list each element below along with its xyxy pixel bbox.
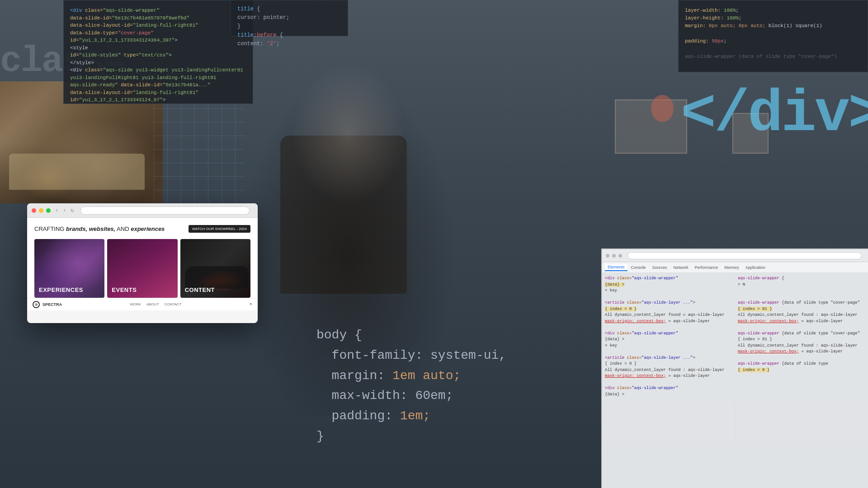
browser-footer: ◎ SPECTRA WORK ABOUT CONTACT ≡ [27,298,258,310]
code-line: <style [70,44,246,52]
tab-application[interactable]: Application [743,264,768,271]
dt-css-line: aqs-slide-wrapper {data of slide type "c… [738,300,865,306]
code-line [685,45,861,53]
events-label: EVENTS [112,286,137,293]
dt-line: mask-origin: context-box; = aqs-slide-la… [605,373,732,380]
devtools-panel: Elements Console Sources Network Perform… [601,249,868,488]
dt-line: <article class="aqs-slide-layer ..."> [605,355,732,361]
tab-console[interactable]: Console [628,264,649,271]
code-line: data-slice-layout-id="landing-full-right… [70,22,246,29]
dt-css-line: aqs-slide-wrapper { [738,276,865,282]
code-line: margin: 0px auto; 0px auto; block(1) squ… [685,22,861,30]
code-line: data-slide-type="cover-page" [70,29,246,37]
dt-css-line [738,294,865,300]
browser-refresh-button[interactable]: ↻ [71,207,74,214]
dt-css-line [738,288,865,294]
css-selector: body { [316,325,515,346]
dt-line: { index > 0 } [605,361,732,367]
dt-css-line [738,355,865,361]
code-line [685,30,861,38]
showcase-card-content[interactable]: CONTENT [180,239,250,298]
tab-memory[interactable]: Memory [722,264,742,271]
code-line: <div class="aqs-slide-wrapper" [70,7,246,14]
showcase-card-experiences[interactable]: EXPERIENCES [34,239,104,298]
devtools-dot-2 [612,254,616,258]
headline-text: CRAFTING brands, websites, AND experienc… [34,225,165,232]
nav-work[interactable]: WORK [130,302,141,306]
code-line: aqs-slide-ready" data-slide-id="5e13c7b4… [70,81,246,89]
devtools-url-bar[interactable] [627,252,862,259]
dt-css-line: mask-origin: context-box; = aqs-slide-la… [738,349,865,355]
footer-logo: ◎ SPECTRA [33,301,62,308]
wall-decoration [651,95,674,122]
browser-maximize-dot[interactable] [46,208,51,213]
site-headline: CRAFTING brands, websites, AND experienc… [34,225,250,233]
tab-sources[interactable]: Sources [650,264,670,271]
browser-window: ‹ › ↻ CRAFTING brands, websites, AND exp… [27,203,258,323]
code-line: data-slide-id="5e13c7b481a657070f9wefbd" [70,14,246,22]
devtools-toolbar [602,249,868,262]
dt-line: {data} > [605,337,732,343]
css-code-block: body { font-family: system-ui, margin: 1… [316,325,515,488]
code-line: id="slide-styles" type="text/css"> [70,52,246,59]
dt-line [605,294,732,300]
code-line: </style> [70,59,246,67]
browser-back-button[interactable]: ‹ [55,207,58,214]
dt-css-line [738,324,865,331]
code-line: } [237,22,341,31]
css-property-1: font-family: system-ui, [316,346,515,366]
code-panel-top-left: <div class="aqs-slide-wrapper" data-slid… [63,0,253,104]
devtools-dot-3 [618,254,622,258]
dt-css-line: { index > 81 } [738,337,865,343]
nav-contact[interactable]: CONTACT [165,302,182,306]
dt-css-line: > N [738,282,865,288]
dt-line [605,324,732,331]
code-line: <div class="aqs-slide yui3-widget yui3-l… [70,66,246,74]
tab-network[interactable]: Network [671,264,691,271]
watch-showreel-button[interactable]: WATCH OUR SHOWREEL - 2024 [189,225,250,233]
hamburger-menu[interactable]: ≡ [250,302,252,307]
code-line: yui3-landingFullRight81 yui3-landing-ful… [70,74,246,82]
dt-css-line: { index > 0 } [738,367,865,374]
experiences-label: EXPERIENCES [39,286,83,293]
browser-close-dot[interactable] [32,208,36,213]
dt-line [605,380,732,386]
code-line: cursor: pointer; [237,14,341,22]
div-text-decoration: </div> [681,81,868,148]
dt-line: < key [605,288,732,294]
css-property-4: padding: 1em; [316,406,515,427]
code-panel-top-center: title { cursor: pointer; } title:before … [231,0,348,36]
chair [280,136,407,294]
content-label: CONTENT [185,286,215,293]
code-line: title:before { [237,31,341,40]
browser-forward-button[interactable]: › [63,207,66,214]
code-line: id="yui_3_17_2_1_1733343124_97"> [70,96,246,104]
dt-css-line: aqs-slide-wrapper {data of slide type [738,361,865,367]
nav-about[interactable]: ABOUT [146,302,159,306]
dt-line: All dynamic_content_layer found : aqs-sl… [605,367,732,374]
footer-nav: WORK ABOUT CONTACT [130,302,182,306]
browser-url-bar[interactable] [80,206,250,215]
dt-line: < key [605,343,732,349]
showcase-card-events[interactable]: EVENTS [107,239,177,298]
dt-css-line: { index > 81 } [738,306,865,313]
code-line: title { [237,5,341,14]
dt-line: <div class="aqs-slide-wrapper" [605,276,732,282]
browser-content: CRAFTING brands, websites, AND experienc… [27,218,258,298]
dt-line: {data} > [605,282,732,288]
browser-toolbar: ‹ › ↻ [27,203,258,218]
devtools-body: <div class="aqs-slide-wrapper" {data} > … [602,273,868,488]
devtools-dot-1 [606,254,609,258]
code-line: aqs-slide-wrapper (data of slide type "c… [685,53,861,61]
dt-line: <div class="aqs-slide-wrapper" [605,331,732,337]
tab-performance[interactable]: Performance [692,264,721,271]
css-property-2: margin: 1em auto; [316,366,515,386]
dt-line: {data} > [605,392,732,398]
sofa-shape [9,154,145,190]
css-property-3: max-width: 60em; [316,386,515,406]
logo-icon: ◎ [33,301,40,308]
logo-text: SPECTRA [42,302,62,307]
tab-elements[interactable]: Elements [605,264,627,271]
browser-minimize-dot[interactable] [39,208,43,213]
devtools-css-panel: aqs-slide-wrapper { > N aqs-slide-wrappe… [735,273,868,488]
